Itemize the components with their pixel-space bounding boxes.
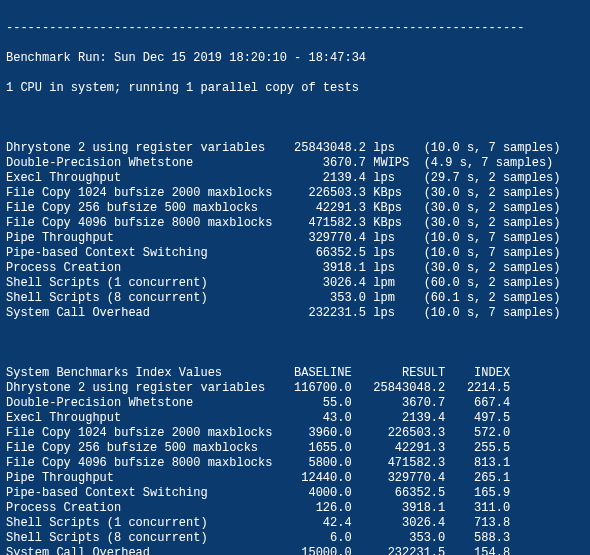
index-row: Pipe Throughput 12440.0 329770.4 265.1 [6,471,584,486]
result-row: Double-Precision Whetstone 3670.7 MWIPS … [6,156,584,171]
index-header-row: System Benchmarks Index Values BASELINE … [6,366,584,381]
result-row: System Call Overhead 232231.5 lps (10.0 … [6,306,584,321]
index-row: System Call Overhead 15000.0 232231.5 15… [6,546,584,555]
index-row: Process Creation 126.0 3918.1 311.0 [6,501,584,516]
index-row: Execl Throughput 43.0 2139.4 497.5 [6,411,584,426]
result-row: Pipe Throughput 329770.4 lps (10.0 s, 7 … [6,231,584,246]
index-row: Pipe-based Context Switching 4000.0 6635… [6,486,584,501]
index-row: Double-Precision Whetstone 55.0 3670.7 6… [6,396,584,411]
index-row: Shell Scripts (8 concurrent) 6.0 353.0 5… [6,531,584,546]
result-row: Dhrystone 2 using register variables 258… [6,141,584,156]
result-row: Process Creation 3918.1 lps (30.0 s, 2 s… [6,261,584,276]
index-row: File Copy 4096 bufsize 8000 maxblocks 58… [6,456,584,471]
index-row: File Copy 256 bufsize 500 maxblocks 1655… [6,441,584,456]
results-block: Dhrystone 2 using register variables 258… [6,141,584,321]
cpu-info-line: 1 CPU in system; running 1 parallel copy… [6,81,584,96]
benchmark-run-line: Benchmark Run: Sun Dec 15 2019 18:20:10 … [6,51,584,66]
blank-line [6,111,584,126]
result-row: Execl Throughput 2139.4 lps (29.7 s, 2 s… [6,171,584,186]
result-row: Pipe-based Context Switching 66352.5 lps… [6,246,584,261]
result-row: Shell Scripts (8 concurrent) 353.0 lpm (… [6,291,584,306]
result-row: File Copy 256 bufsize 500 maxblocks 4229… [6,201,584,216]
result-row: Shell Scripts (1 concurrent) 3026.4 lpm … [6,276,584,291]
index-row: File Copy 1024 bufsize 2000 maxblocks 39… [6,426,584,441]
index-row: Dhrystone 2 using register variables 116… [6,381,584,396]
index-block: System Benchmarks Index Values BASELINE … [6,366,584,555]
blank-line [6,336,584,351]
result-row: File Copy 4096 bufsize 8000 maxblocks 47… [6,216,584,231]
result-row: File Copy 1024 bufsize 2000 maxblocks 22… [6,186,584,201]
divider-line: ----------------------------------------… [6,21,584,36]
terminal-output: ----------------------------------------… [0,0,590,555]
index-row: Shell Scripts (1 concurrent) 42.4 3026.4… [6,516,584,531]
